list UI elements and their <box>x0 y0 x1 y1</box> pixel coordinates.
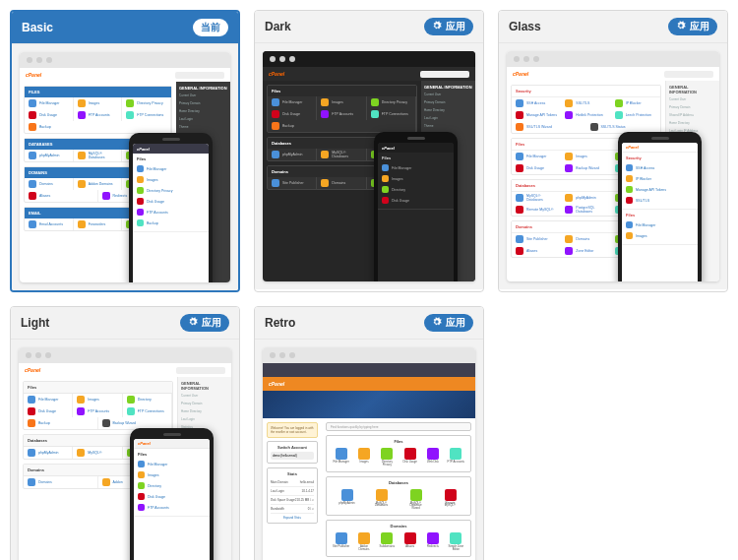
panel-item[interactable]: File Manager <box>24 394 73 405</box>
mobile-item[interactable]: IP Blocker <box>626 173 694 184</box>
panel-item[interactable]: phpMyAdmin <box>268 149 317 160</box>
panel-item[interactable]: IP Blocker <box>611 97 660 109</box>
mobile-item[interactable]: SSL/TLS <box>626 195 694 206</box>
mobile-item[interactable]: Images <box>137 174 205 185</box>
retro-item[interactable]: Aliases <box>401 532 419 551</box>
panel-item[interactable]: Remote MySQL® <box>512 204 561 216</box>
panel-item[interactable]: PostgreSQL Databases <box>561 204 610 216</box>
panel-item[interactable]: Backup <box>24 417 98 429</box>
panel-item[interactable]: Backup Wizard <box>561 162 610 174</box>
panel-item[interactable]: Backup <box>25 121 171 133</box>
panel-item[interactable]: FTP Connections <box>367 108 416 120</box>
retro-item[interactable]: Disk Usage <box>401 448 419 467</box>
panel-header[interactable]: Files <box>24 382 172 394</box>
panel-item[interactable]: Aliases <box>25 190 98 202</box>
panel-item[interactable]: File Manager <box>512 151 561 162</box>
account-select[interactable]: demo (hello.email) <box>271 452 314 460</box>
panel-item[interactable]: FTP Accounts <box>317 108 366 120</box>
panel-item[interactable]: Disk Usage <box>512 162 561 174</box>
retro-item[interactable]: Site Publisher <box>333 532 350 551</box>
apply-button[interactable]: 应用 <box>180 314 229 332</box>
panel-header[interactable]: FILES <box>25 87 171 97</box>
panel-item[interactable]: MySQL® Databases <box>317 149 366 160</box>
panel-item[interactable]: SSL/TLS Wizard <box>512 121 586 133</box>
panel-item[interactable]: Domains <box>25 178 74 190</box>
apply-button[interactable]: 应用 <box>668 18 717 35</box>
panel-header[interactable]: Files <box>268 86 416 96</box>
panel-item[interactable]: Directory Privacy <box>367 96 416 108</box>
retro-item[interactable]: Redirects <box>424 532 442 551</box>
panel-item[interactable]: SSL/TLS <box>561 97 610 109</box>
retro-item[interactable]: Simple Zone Editor <box>447 532 464 551</box>
panel-item[interactable]: phpMyAdmin <box>24 447 73 459</box>
panel-item[interactable]: MySQL® Databases <box>74 150 123 161</box>
panel-item[interactable]: Hotlink Protection <box>561 109 610 121</box>
mobile-item[interactable]: Directory <box>382 184 450 195</box>
retro-item[interactable]: phpMyAdmin <box>338 489 356 510</box>
panel-item[interactable]: Images <box>74 97 123 109</box>
panel-item[interactable]: FTP Accounts <box>73 405 122 417</box>
apply-button[interactable]: 应用 <box>424 314 473 332</box>
panel-item[interactable]: Site Publisher <box>268 177 317 189</box>
panel-item[interactable]: Email Accounts <box>25 218 74 230</box>
retro-item[interactable]: Addon Domains <box>355 532 373 551</box>
panel-header[interactable]: Security <box>512 86 660 97</box>
mobile-item[interactable]: Images <box>382 173 450 184</box>
panel-item[interactable]: Disk Usage <box>24 405 73 417</box>
panel-item[interactable]: Manage API Tokens <box>512 109 561 121</box>
retro-item[interactable]: MySQL® Databases <box>373 489 391 510</box>
mobile-item[interactable]: Disk Usage <box>382 195 450 206</box>
panel-item[interactable]: FTP Connections <box>123 405 172 417</box>
panel-item[interactable]: FTP Accounts <box>74 109 123 121</box>
mobile-item[interactable]: Backup <box>137 218 205 228</box>
mobile-item[interactable]: Directory Privacy <box>137 185 205 196</box>
search-pill[interactable] <box>420 71 469 78</box>
search-pill[interactable] <box>175 72 224 79</box>
retro-item[interactable]: Images <box>355 448 373 467</box>
mobile-item[interactable]: Images <box>626 230 694 241</box>
panel-item[interactable]: Directory Privacy <box>122 97 171 109</box>
panel-item[interactable]: Zone Editor <box>561 245 610 257</box>
retro-item[interactable]: Subdomains <box>378 532 396 551</box>
panel-item[interactable]: Domains <box>317 177 366 189</box>
panel-item[interactable]: phpMyAdmin <box>25 150 74 161</box>
panel-item[interactable]: Disk Usage <box>268 108 317 120</box>
mobile-item[interactable]: File Manager <box>137 163 205 174</box>
mobile-item[interactable]: File Manager <box>138 459 206 469</box>
retro-item[interactable]: File Manager <box>333 448 350 467</box>
panel-item[interactable]: Aliases <box>512 245 561 257</box>
panel-item[interactable]: MySQL® <box>73 447 122 459</box>
expand-stats-link[interactable]: Expand Stats <box>271 516 314 520</box>
panel-item[interactable]: Forwarders <box>74 218 123 230</box>
panel-item[interactable]: Directory <box>123 394 172 405</box>
mobile-item[interactable]: Images <box>138 469 206 480</box>
retro-item[interactable]: Remote MySQL® <box>442 489 460 510</box>
panel-item[interactable]: SSH Access <box>512 97 561 109</box>
retro-item[interactable]: FTP Accounts <box>447 448 464 467</box>
retro-item[interactable]: MySQL® Database Wizard <box>407 489 425 510</box>
panel-item[interactable]: Backup <box>268 120 416 132</box>
apply-button[interactable]: 应用 <box>424 18 473 35</box>
mobile-item[interactable]: File Manager <box>382 162 450 173</box>
panel-item[interactable]: FTP Connections <box>122 109 171 121</box>
panel-item[interactable]: Images <box>561 151 610 162</box>
panel-item[interactable]: Addon Domains <box>74 178 123 190</box>
panel-item[interactable]: Images <box>73 394 122 405</box>
panel-item[interactable]: Leech Protection <box>611 109 660 121</box>
panel-item[interactable]: File Manager <box>25 97 74 109</box>
panel-item[interactable]: File Manager <box>268 96 317 108</box>
search-input[interactable]: Find functions quickly by typing here <box>326 422 471 431</box>
mobile-item[interactable]: Directory <box>138 480 206 491</box>
panel-item[interactable]: phpMyAdmin <box>561 192 610 204</box>
mobile-item[interactable]: File Manager <box>626 219 694 230</box>
mobile-item[interactable]: Manage API Tokens <box>626 184 694 195</box>
panel-item[interactable]: Images <box>317 96 366 108</box>
panel-item[interactable]: Site Publisher <box>512 233 561 245</box>
mobile-item[interactable]: SSH Access <box>626 162 694 173</box>
mobile-item[interactable]: Disk Usage <box>137 196 205 207</box>
retro-item[interactable]: Directory Privacy <box>378 448 396 467</box>
mobile-item[interactable]: Disk Usage <box>138 491 206 502</box>
panel-item[interactable]: MySQL® Databases <box>512 192 561 204</box>
search-pill[interactable] <box>176 367 225 374</box>
search-pill[interactable] <box>664 71 713 78</box>
